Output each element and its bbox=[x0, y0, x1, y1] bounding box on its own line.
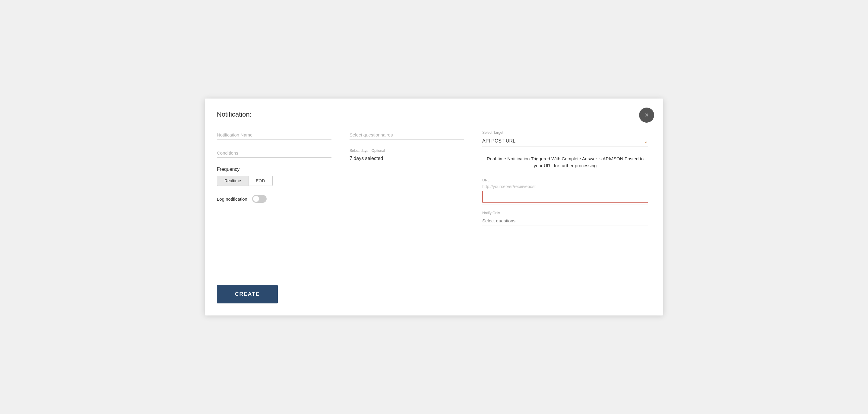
frequency-label: Frequency bbox=[217, 167, 332, 172]
realtime-button[interactable]: Realtime bbox=[217, 176, 249, 186]
url-label: URL bbox=[482, 178, 648, 182]
notify-only-label: Notify Only bbox=[482, 211, 648, 215]
notify-only-section: Notify Only bbox=[482, 211, 648, 226]
notify-only-input[interactable] bbox=[482, 216, 648, 226]
info-box: Real-time Notification Triggered With Co… bbox=[482, 152, 648, 172]
select-target-group: Select Target API POST URL ⌄ bbox=[482, 131, 648, 146]
chevron-down-icon: ⌄ bbox=[644, 138, 648, 144]
modal-title: Notification: bbox=[217, 111, 648, 118]
select-target-label: Select Target bbox=[482, 131, 648, 135]
conditions-field bbox=[217, 148, 332, 158]
days-value[interactable]: 7 days selected bbox=[349, 154, 464, 163]
notification-name-field bbox=[217, 131, 332, 139]
log-notification-row: Log notification bbox=[217, 195, 332, 203]
questionnaires-input[interactable] bbox=[349, 131, 464, 139]
toggle-slider bbox=[252, 195, 267, 203]
create-button[interactable]: CREATE bbox=[217, 285, 278, 303]
conditions-input[interactable] bbox=[217, 148, 332, 158]
close-icon: × bbox=[645, 112, 649, 118]
select-target-value: API POST URL bbox=[482, 138, 516, 144]
notification-name-input[interactable] bbox=[217, 131, 332, 139]
modal-container: × Notification: Frequency Realtime EOD bbox=[205, 99, 663, 315]
questionnaires-field bbox=[349, 131, 464, 139]
url-divider bbox=[482, 205, 648, 205]
middle-column: Select days - Optional 7 days selected bbox=[349, 131, 464, 226]
frequency-buttons: Realtime EOD bbox=[217, 176, 332, 186]
frequency-section: Frequency Realtime EOD bbox=[217, 167, 332, 186]
select-days-field: Select days - Optional 7 days selected bbox=[349, 148, 464, 163]
select-days-label: Select days - Optional bbox=[349, 148, 464, 153]
url-input[interactable] bbox=[482, 191, 648, 203]
url-section: URL http://yourserver/receivepost bbox=[482, 178, 648, 205]
log-notification-toggle[interactable] bbox=[252, 195, 267, 203]
form-layout: Frequency Realtime EOD Log notification bbox=[217, 131, 648, 226]
close-button[interactable]: × bbox=[639, 108, 654, 123]
left-column: Frequency Realtime EOD Log notification bbox=[217, 131, 332, 226]
footer: CREATE bbox=[217, 285, 278, 303]
select-target-dropdown[interactable]: API POST URL ⌄ bbox=[482, 136, 648, 146]
url-input-wrapper bbox=[482, 191, 648, 203]
right-column: Select Target API POST URL ⌄ Real-time N… bbox=[482, 131, 648, 226]
url-example-text: http://yourserver/receivepost bbox=[482, 184, 648, 189]
info-text: Real-time Notification Triggered With Co… bbox=[482, 156, 648, 169]
log-notification-label: Log notification bbox=[217, 197, 247, 202]
eod-button[interactable]: EOD bbox=[249, 176, 272, 186]
modal-overlay: × Notification: Frequency Realtime EOD bbox=[0, 0, 868, 414]
